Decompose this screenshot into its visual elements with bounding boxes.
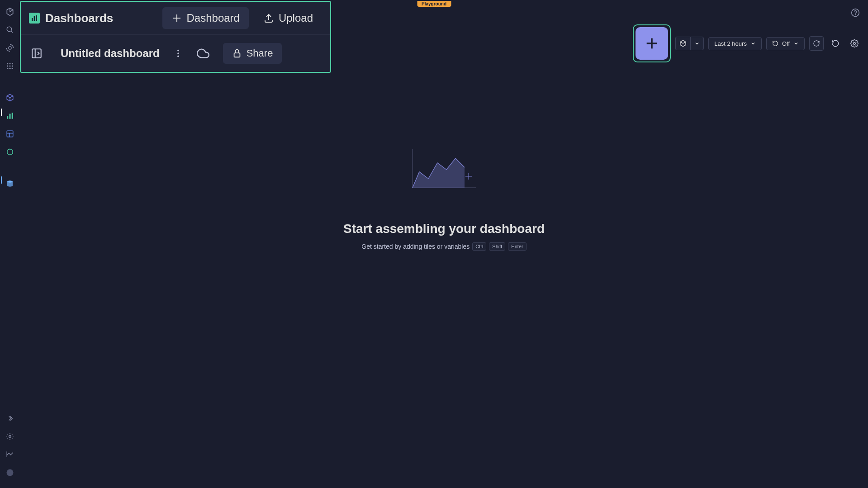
gear-icon <box>850 39 859 47</box>
add-tile-highlight <box>633 24 671 62</box>
analytics-icon[interactable] <box>3 447 17 462</box>
observability-icon[interactable] <box>3 41 17 55</box>
new-dashboard-button[interactable]: Dashboard <box>162 7 249 29</box>
svg-point-7 <box>12 63 13 64</box>
chevron-down-icon <box>793 41 799 46</box>
kbd-shift: Shift <box>489 242 505 251</box>
chevron-down-icon <box>750 41 756 46</box>
left-sidebar <box>0 0 20 488</box>
tile-type-button[interactable] <box>675 37 690 50</box>
plus-icon <box>171 13 182 24</box>
svg-point-8 <box>7 66 8 67</box>
dashboards-title-label: Dashboards <box>45 11 113 25</box>
user-avatar[interactable] <box>3 465 17 480</box>
svg-point-1 <box>855 14 856 15</box>
refresh-button[interactable] <box>809 36 824 51</box>
svg-rect-26 <box>34 16 35 21</box>
active-indicator-2 <box>1 176 2 184</box>
svg-point-24 <box>7 469 14 476</box>
svg-point-34 <box>177 52 179 54</box>
active-indicator <box>1 109 2 116</box>
svg-point-12 <box>9 68 11 69</box>
time-range-label: Last 2 hours <box>714 40 747 47</box>
new-dashboard-label: Dashboard <box>187 12 240 24</box>
playground-badge: Playground <box>417 1 451 7</box>
svg-point-22 <box>9 436 11 438</box>
svg-rect-15 <box>7 116 8 119</box>
kbd-enter: Enter <box>508 242 526 251</box>
svg-rect-36 <box>234 53 240 57</box>
upload-button[interactable]: Upload <box>254 7 322 29</box>
svg-point-2 <box>7 27 12 32</box>
undo-button[interactable] <box>828 36 843 51</box>
header-panel: Dashboards Dashboard Upload Untitled das… <box>20 1 331 73</box>
auto-refresh-label: Off <box>782 40 790 47</box>
box-icon[interactable] <box>3 145 17 159</box>
undo-icon <box>831 39 840 47</box>
svg-rect-27 <box>36 15 37 21</box>
share-button[interactable]: Share <box>223 43 282 64</box>
layout-icon[interactable] <box>3 127 17 141</box>
org-settings-icon[interactable] <box>3 429 17 444</box>
empty-chart-illustration <box>410 145 478 190</box>
svg-rect-17 <box>12 113 13 119</box>
svg-rect-25 <box>32 18 33 21</box>
expand-icon[interactable] <box>3 411 17 426</box>
logo-icon[interactable] <box>3 5 17 19</box>
dashboard-name[interactable]: Untitled dashboard <box>61 47 160 60</box>
share-label: Share <box>247 47 273 59</box>
kbd-ctrl: Ctrl <box>472 242 486 251</box>
svg-rect-18 <box>7 131 13 137</box>
help-icon[interactable] <box>851 8 860 17</box>
svg-rect-16 <box>9 114 11 119</box>
svg-point-4 <box>9 47 11 49</box>
data-store-icon[interactable] <box>3 176 17 191</box>
refresh-icon <box>813 40 820 47</box>
dashboards-nav-icon[interactable] <box>3 109 17 123</box>
upload-label: Upload <box>279 12 313 24</box>
apps-icon[interactable] <box>3 59 17 73</box>
svg-point-33 <box>177 50 179 52</box>
svg-point-6 <box>9 63 11 64</box>
chevron-down-icon <box>694 41 700 46</box>
add-tile-button[interactable] <box>636 27 668 60</box>
empty-subtitle: Get started by adding tiles or variables… <box>361 242 526 251</box>
auto-refresh-selector[interactable]: Off <box>766 37 805 50</box>
breadcrumb-dashboards[interactable]: Dashboards <box>29 11 113 25</box>
upload-icon <box>263 13 274 24</box>
settings-button[interactable] <box>847 36 862 51</box>
svg-point-5 <box>7 63 8 64</box>
svg-point-10 <box>12 66 13 67</box>
sync-status-icon[interactable] <box>197 47 209 60</box>
plus-icon <box>644 36 659 51</box>
cube-icon <box>679 40 687 47</box>
time-range-selector[interactable]: Last 2 hours <box>708 37 762 50</box>
svg-point-35 <box>177 56 179 57</box>
lock-icon <box>232 48 242 58</box>
cube-icon[interactable] <box>3 90 17 105</box>
search-icon[interactable] <box>3 23 17 37</box>
empty-title: Start assembling your dashboard <box>343 222 545 236</box>
tile-type-dropdown[interactable] <box>690 37 704 50</box>
right-toolbar: Last 2 hours Off <box>633 24 862 62</box>
svg-point-13 <box>12 68 13 69</box>
svg-point-11 <box>7 68 8 69</box>
svg-point-39 <box>854 43 856 45</box>
collapse-sidebar-icon[interactable] <box>31 47 43 59</box>
more-options-icon[interactable] <box>173 48 183 58</box>
svg-point-0 <box>852 9 859 17</box>
svg-line-3 <box>11 31 13 33</box>
empty-subtitle-text: Get started by adding tiles or variables <box>361 243 470 250</box>
refresh-icon <box>772 40 778 47</box>
svg-point-9 <box>9 66 11 67</box>
empty-state: Start assembling your dashboard Get star… <box>20 145 868 251</box>
dashboards-icon <box>29 13 40 24</box>
